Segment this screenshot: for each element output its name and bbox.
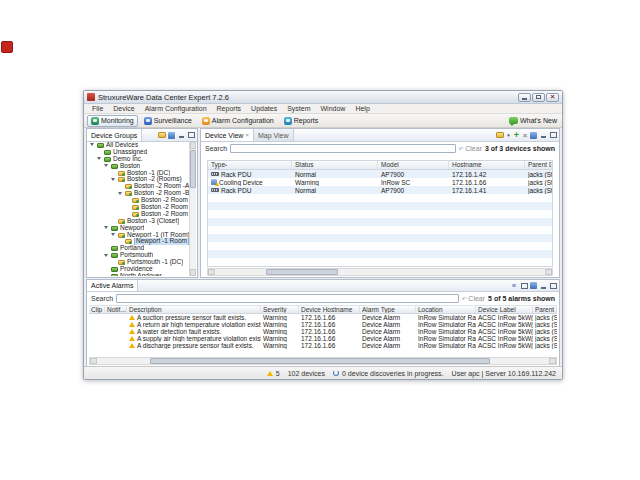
- tree-item[interactable]: North Andover: [88, 273, 189, 276]
- tree-item[interactable]: Newport -1 Room -A: [88, 238, 189, 245]
- clear-alarm-search-button[interactable]: Clear: [462, 295, 485, 302]
- maximize-view-icon[interactable]: [549, 131, 557, 139]
- column-header[interactable]: Model: [378, 161, 449, 169]
- alarm-clip-cell[interactable]: [89, 314, 105, 321]
- alarm-row[interactable]: A discharge pressure sensor fault exists…: [89, 342, 557, 349]
- column-header[interactable]: Status: [292, 161, 378, 169]
- tree-item[interactable]: Boston -2 Room -B Rack -3: [88, 211, 189, 218]
- scroll-thumb[interactable]: [150, 358, 490, 364]
- alarm-search-input[interactable]: [116, 294, 458, 303]
- scroll-up-icon[interactable]: [190, 142, 196, 149]
- column-header[interactable]: Description: [127, 306, 261, 313]
- device-view-hscrollbar[interactable]: [207, 268, 553, 276]
- tree-item[interactable]: Boston -2 Room -A: [88, 183, 189, 190]
- column-header[interactable]: Device Hostname: [299, 306, 360, 313]
- alarm-clip-cell[interactable]: [89, 335, 105, 342]
- menu-item[interactable]: Window: [316, 105, 351, 112]
- clear-device-search-button[interactable]: Clear: [459, 145, 482, 152]
- device-row[interactable]: Rack PDU Normal AP7900 172.16.1.42 jacks…: [208, 170, 552, 178]
- menu-item[interactable]: Reports: [212, 105, 247, 112]
- minimize-button[interactable]: [518, 93, 531, 102]
- column-header[interactable]: Parent Device: [533, 306, 557, 313]
- configure-device-icon[interactable]: [530, 132, 537, 139]
- menu-item[interactable]: File: [87, 105, 108, 112]
- maximize-button[interactable]: [532, 93, 545, 102]
- menu-item[interactable]: Alarm Configuration: [140, 105, 212, 112]
- tree-item[interactable]: Boston -1 (DC): [88, 170, 189, 177]
- status-device-count[interactable]: 102 devices: [288, 370, 325, 377]
- tree-item[interactable]: Boston -2 Room -B Rack -2: [88, 204, 189, 211]
- scroll-left-icon[interactable]: [208, 269, 215, 275]
- tree-item[interactable]: Boston -2 Room -B: [88, 190, 189, 197]
- column-header[interactable]: Alarm Type: [360, 306, 416, 313]
- tree-item[interactable]: Newport -1 (IT Room): [88, 232, 189, 239]
- desktop-red-icon[interactable]: [1, 41, 13, 53]
- status-alarm-count[interactable]: 5: [276, 370, 280, 377]
- maximize-view-icon[interactable]: [187, 131, 195, 139]
- minimize-view-icon[interactable]: [539, 282, 547, 290]
- tree-item[interactable]: Demo Inc.: [88, 156, 189, 163]
- menu-item[interactable]: Device: [108, 105, 139, 112]
- column-header[interactable]: Notif...: [105, 306, 127, 313]
- device-row[interactable]: Rack PDU Normal AP7900 172.16.1.41 jacks…: [208, 186, 552, 194]
- column-header[interactable]: Device Label: [476, 306, 533, 313]
- tree-item[interactable]: All Devices: [88, 142, 189, 149]
- tree-item[interactable]: Portsmouth -1 (DC): [88, 259, 189, 266]
- column-header[interactable]: Parent Device: [525, 161, 552, 169]
- perspective-button[interactable]: Surveillance: [140, 115, 196, 127]
- column-header[interactable]: Location: [416, 306, 476, 313]
- device-view-tab[interactable]: Map View ×: [254, 129, 294, 141]
- alarms-hscrollbar[interactable]: [89, 357, 557, 365]
- alarm-history-icon[interactable]: [530, 282, 537, 289]
- column-header[interactable]: Clip: [89, 306, 105, 313]
- device-search-input[interactable]: [230, 144, 455, 153]
- device-view-tab[interactable]: Device View ×: [201, 129, 254, 141]
- column-header[interactable]: Severity: [261, 306, 299, 313]
- tree-item[interactable]: Boston -2 (Rooms): [88, 176, 189, 183]
- alarm-row[interactable]: A suction pressure sensor fault exists. …: [89, 314, 557, 321]
- menu-item[interactable]: System: [282, 105, 315, 112]
- window-titlebar[interactable]: StruxureWare Data Center Expert 7.2.6 ×: [84, 91, 562, 104]
- perspective-button[interactable]: Reports: [280, 115, 323, 127]
- perspective-button[interactable]: Monitoring: [87, 115, 138, 127]
- tab-active-alarms[interactable]: Active Alarms: [87, 280, 138, 291]
- column-header[interactable]: Hostname: [449, 161, 525, 169]
- collapse-all-icon[interactable]: «: [510, 281, 518, 290]
- menu-item[interactable]: Updates: [246, 105, 282, 112]
- scroll-down-icon[interactable]: [190, 269, 196, 276]
- tree-item[interactable]: Boston -2 Room -B Rack -1: [88, 197, 189, 204]
- tree-item[interactable]: Boston: [88, 163, 189, 170]
- tree-item[interactable]: Portland: [88, 245, 189, 252]
- add-to-group-folder-icon[interactable]: [496, 132, 504, 138]
- alarm-clip-cell[interactable]: [89, 328, 105, 335]
- scroll-left-icon[interactable]: [90, 358, 97, 364]
- alarm-row[interactable]: A return air high temperature violation …: [89, 321, 557, 328]
- scroll-right-icon[interactable]: [549, 358, 556, 364]
- tree-item[interactable]: Unassigned: [88, 149, 189, 156]
- minimize-view-icon[interactable]: [539, 131, 547, 139]
- column-header[interactable]: Type: [208, 161, 292, 169]
- rack-view-icon[interactable]: [168, 132, 175, 139]
- tree-item[interactable]: Newport: [88, 225, 189, 232]
- tree-item[interactable]: Portsmouth: [88, 252, 189, 259]
- whats-new-button[interactable]: What's New: [509, 117, 559, 124]
- menu-item[interactable]: Help: [350, 105, 374, 112]
- minimize-view-icon[interactable]: [177, 131, 185, 139]
- add-device-icon[interactable]: +: [513, 130, 520, 140]
- open-in-window-icon[interactable]: [520, 282, 528, 290]
- alarm-clip-cell[interactable]: [89, 342, 105, 349]
- remove-device-icon[interactable]: ×: [522, 131, 528, 140]
- device-row[interactable]: Cooling Device Warning InRow SC 172.16.1…: [208, 178, 552, 186]
- tree-item[interactable]: Boston -3 (Closet): [88, 218, 189, 225]
- close-button[interactable]: ×: [546, 93, 559, 102]
- scroll-thumb[interactable]: [190, 150, 196, 188]
- new-group-folder-icon[interactable]: [158, 132, 166, 138]
- chevron-down-icon[interactable]: ▾: [506, 132, 511, 138]
- maximize-view-icon[interactable]: [549, 282, 557, 290]
- tree-item[interactable]: Providence: [88, 266, 189, 273]
- alarm-clip-cell[interactable]: [89, 321, 105, 328]
- alarm-row[interactable]: A supply air high temperature violation …: [89, 335, 557, 342]
- alarm-row[interactable]: A water detection fault exists. Warning …: [89, 328, 557, 335]
- perspective-button[interactable]: Alarm Configuration: [198, 115, 278, 127]
- close-tab-icon[interactable]: ×: [245, 132, 249, 138]
